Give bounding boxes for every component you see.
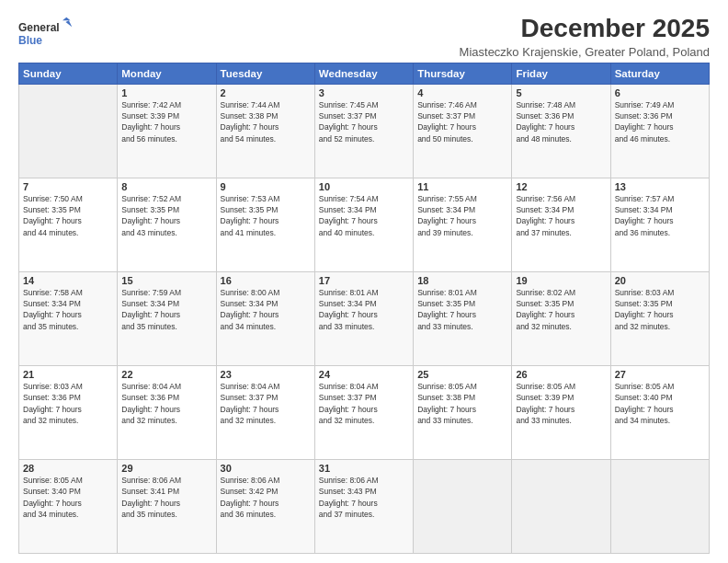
day-number: 31 (319, 463, 409, 474)
cell-content: Sunrise: 8:06 AM Sunset: 3:41 PM Dayligh… (121, 475, 211, 520)
cell-4-2: 22Sunrise: 8:04 AM Sunset: 3:36 PM Dayli… (118, 365, 216, 459)
header-tuesday: Tuesday (216, 63, 314, 84)
cell-content: Sunrise: 7:46 AM Sunset: 3:37 PM Dayligh… (417, 99, 507, 144)
cell-3-7: 20Sunrise: 8:03 AM Sunset: 3:35 PM Dayli… (610, 271, 709, 365)
day-number: 21 (23, 369, 113, 380)
location-title: Miasteczko Krajenskie, Greater Poland, P… (460, 45, 710, 59)
calendar-table: Sunday Monday Tuesday Wednesday Thursday… (18, 63, 710, 554)
day-number: 11 (417, 181, 507, 192)
cell-3-2: 15Sunrise: 7:59 AM Sunset: 3:34 PM Dayli… (118, 271, 216, 365)
day-number: 16 (221, 275, 311, 286)
cell-content: Sunrise: 8:06 AM Sunset: 3:43 PM Dayligh… (319, 475, 409, 520)
svg-text:General: General (18, 21, 60, 34)
logo: General Blue (18, 15, 74, 52)
cell-content: Sunrise: 8:02 AM Sunset: 3:35 PM Dayligh… (516, 287, 606, 332)
cell-3-4: 17Sunrise: 8:01 AM Sunset: 3:34 PM Dayli… (314, 271, 413, 365)
cell-1-1 (19, 84, 118, 178)
cell-1-4: 3Sunrise: 7:45 AM Sunset: 3:37 PM Daylig… (314, 84, 413, 178)
cell-content: Sunrise: 8:05 AM Sunset: 3:40 PM Dayligh… (615, 381, 705, 426)
cell-4-7: 27Sunrise: 8:05 AM Sunset: 3:40 PM Dayli… (610, 365, 709, 459)
cell-1-5: 4Sunrise: 7:46 AM Sunset: 3:37 PM Daylig… (414, 84, 512, 178)
month-title: December 2025 (460, 15, 710, 43)
cell-content: Sunrise: 7:42 AM Sunset: 3:39 PM Dayligh… (121, 99, 211, 144)
cell-2-6: 12Sunrise: 7:56 AM Sunset: 3:34 PM Dayli… (512, 178, 610, 271)
day-number: 7 (23, 181, 113, 192)
cell-content: Sunrise: 8:05 AM Sunset: 3:39 PM Dayligh… (516, 381, 606, 426)
day-number: 8 (121, 181, 211, 192)
cell-5-1: 28Sunrise: 8:05 AM Sunset: 3:40 PM Dayli… (19, 459, 118, 553)
cell-content: Sunrise: 7:49 AM Sunset: 3:36 PM Dayligh… (615, 99, 705, 144)
cell-content: Sunrise: 7:56 AM Sunset: 3:34 PM Dayligh… (516, 193, 606, 238)
day-number: 22 (121, 369, 211, 380)
cell-4-6: 26Sunrise: 8:05 AM Sunset: 3:39 PM Dayli… (512, 365, 610, 459)
day-number: 29 (121, 463, 211, 474)
cell-content: Sunrise: 7:50 AM Sunset: 3:35 PM Dayligh… (23, 193, 113, 238)
cell-content: Sunrise: 8:03 AM Sunset: 3:35 PM Dayligh… (615, 287, 705, 332)
week-row-4: 21Sunrise: 8:03 AM Sunset: 3:36 PM Dayli… (19, 365, 710, 459)
week-row-5: 28Sunrise: 8:05 AM Sunset: 3:40 PM Dayli… (19, 459, 710, 553)
cell-content: Sunrise: 8:06 AM Sunset: 3:42 PM Dayligh… (221, 475, 311, 520)
header-saturday: Saturday (610, 63, 709, 84)
cell-content: Sunrise: 8:05 AM Sunset: 3:38 PM Dayligh… (417, 381, 507, 426)
cell-4-4: 24Sunrise: 8:04 AM Sunset: 3:37 PM Dayli… (314, 365, 413, 459)
header-monday: Monday (118, 63, 216, 84)
cell-4-3: 23Sunrise: 8:04 AM Sunset: 3:37 PM Dayli… (216, 365, 314, 459)
day-number: 30 (221, 463, 311, 474)
header-thursday: Thursday (414, 63, 512, 84)
cell-4-1: 21Sunrise: 8:03 AM Sunset: 3:36 PM Dayli… (19, 365, 118, 459)
logo-svg: General Blue (18, 15, 74, 52)
cell-1-3: 2Sunrise: 7:44 AM Sunset: 3:38 PM Daylig… (216, 84, 314, 178)
day-number: 28 (23, 463, 113, 474)
day-number: 24 (319, 369, 409, 380)
cell-content: Sunrise: 7:58 AM Sunset: 3:34 PM Dayligh… (23, 287, 113, 332)
cell-1-2: 1Sunrise: 7:42 AM Sunset: 3:39 PM Daylig… (118, 84, 216, 178)
day-number: 20 (615, 275, 705, 286)
day-number: 1 (121, 87, 211, 98)
days-header-row: Sunday Monday Tuesday Wednesday Thursday… (19, 63, 710, 84)
svg-marker-3 (65, 20, 72, 27)
cell-content: Sunrise: 8:05 AM Sunset: 3:40 PM Dayligh… (23, 475, 113, 520)
day-number: 18 (417, 275, 507, 286)
day-number: 14 (23, 275, 113, 286)
header-friday: Friday (512, 63, 610, 84)
cell-content: Sunrise: 7:59 AM Sunset: 3:34 PM Dayligh… (121, 287, 211, 332)
calendar-body: 1Sunrise: 7:42 AM Sunset: 3:39 PM Daylig… (19, 84, 710, 553)
day-number: 9 (221, 181, 311, 192)
week-row-3: 14Sunrise: 7:58 AM Sunset: 3:34 PM Dayli… (19, 271, 710, 365)
cell-content: Sunrise: 7:52 AM Sunset: 3:35 PM Dayligh… (121, 193, 211, 238)
cell-2-3: 9Sunrise: 7:53 AM Sunset: 3:35 PM Daylig… (216, 178, 314, 271)
day-number: 5 (516, 87, 606, 98)
day-number: 10 (319, 181, 409, 192)
cell-5-3: 30Sunrise: 8:06 AM Sunset: 3:42 PM Dayli… (216, 459, 314, 553)
cell-content: Sunrise: 8:00 AM Sunset: 3:34 PM Dayligh… (221, 287, 311, 332)
cell-5-6 (512, 459, 610, 553)
week-row-2: 7Sunrise: 7:50 AM Sunset: 3:35 PM Daylig… (19, 178, 710, 271)
cell-3-1: 14Sunrise: 7:58 AM Sunset: 3:34 PM Dayli… (19, 271, 118, 365)
cell-2-2: 8Sunrise: 7:52 AM Sunset: 3:35 PM Daylig… (118, 178, 216, 271)
cell-2-5: 11Sunrise: 7:55 AM Sunset: 3:34 PM Dayli… (414, 178, 512, 271)
cell-content: Sunrise: 7:48 AM Sunset: 3:36 PM Dayligh… (516, 99, 606, 144)
header-wednesday: Wednesday (314, 63, 413, 84)
day-number: 25 (417, 369, 507, 380)
day-number: 4 (417, 87, 507, 98)
cell-5-7 (610, 459, 709, 553)
cell-3-3: 16Sunrise: 8:00 AM Sunset: 3:34 PM Dayli… (216, 271, 314, 365)
day-number: 12 (516, 181, 606, 192)
svg-marker-2 (63, 17, 71, 20)
title-block: December 2025 Miasteczko Krajenskie, Gre… (460, 15, 710, 59)
day-number: 19 (516, 275, 606, 286)
cell-5-4: 31Sunrise: 8:06 AM Sunset: 3:43 PM Dayli… (314, 459, 413, 553)
header-sunday: Sunday (19, 63, 118, 84)
day-number: 13 (615, 181, 705, 192)
day-number: 2 (221, 87, 311, 98)
cell-content: Sunrise: 7:55 AM Sunset: 3:34 PM Dayligh… (417, 193, 507, 238)
cell-content: Sunrise: 8:01 AM Sunset: 3:35 PM Dayligh… (417, 287, 507, 332)
day-number: 26 (516, 369, 606, 380)
day-number: 27 (615, 369, 705, 380)
svg-text:Blue: Blue (18, 34, 42, 47)
week-row-1: 1Sunrise: 7:42 AM Sunset: 3:39 PM Daylig… (19, 84, 710, 178)
day-number: 15 (121, 275, 211, 286)
cell-3-5: 18Sunrise: 8:01 AM Sunset: 3:35 PM Dayli… (414, 271, 512, 365)
cell-content: Sunrise: 8:04 AM Sunset: 3:36 PM Dayligh… (121, 381, 211, 426)
cell-5-5 (414, 459, 512, 553)
